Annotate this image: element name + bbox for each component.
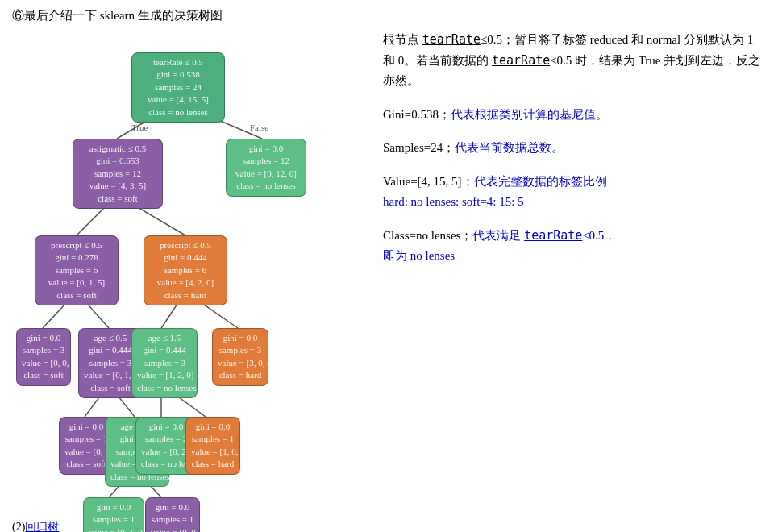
- tearrate-underline3: tearRate: [524, 228, 582, 243]
- node-n4-rlr: gini = 0.0 samples = 1 value = [1, 0, 0]…: [185, 417, 240, 475]
- node-n3ll-l4: class = soft: [22, 369, 65, 381]
- node-n4rll-l1: gini = 0.0: [141, 421, 191, 433]
- node-n2l-l4: value = [0, 1, 5]: [40, 276, 113, 289]
- header: ⑥最后介绍一下 sklearn 生成的决策树图: [12, 8, 766, 23]
- right-para3: Samples=24；代表当前数据总数。: [383, 138, 766, 159]
- node-n4rlr-l2: samples = 1: [191, 433, 235, 445]
- node-n4rlr-l3: value = [1, 0, 0]: [191, 446, 235, 458]
- node-root-l5: class = no lenses: [137, 106, 219, 118]
- node-n3-rr: gini = 0.0 samples = 3 value = [3, 0, 0]…: [212, 328, 268, 386]
- node-n1t-l5: class = soft: [78, 193, 157, 205]
- node-n2r-l1: prescript ≤ 0.5: [149, 239, 222, 251]
- node-root-l1: tearRate ≤ 0.5: [137, 56, 219, 69]
- node-n2l-l2: gini = 0.278: [40, 251, 113, 264]
- para2-blue: 代表根据类别计算的基尼值。: [451, 108, 608, 121]
- node-n2-right: prescript ≤ 0.5 gini = 0.444 samples = 6…: [144, 235, 227, 305]
- node-root: tearRate ≤ 0.5 gini = 0.538 samples = 24…: [131, 52, 225, 123]
- node-n1-true: astigmatic ≤ 0.5 gini = 0.653 samples = …: [73, 139, 163, 209]
- node-n5-lrrl: gini = 0.0 samples = 1 value = [0, 1, 0]…: [83, 497, 144, 532]
- node-n3rr-l3: value = [3, 0, 0]: [218, 357, 263, 369]
- node-n5lrrl-l1: gini = 0.0: [89, 501, 139, 513]
- node-n1t-l4: value = [4, 3, 5]: [78, 180, 157, 192]
- node-n4rll-l2: samples = 2: [141, 433, 191, 445]
- para4-blue: 代表完整数据的标签比例hard: no lenses: soft=4: 15: …: [383, 175, 607, 209]
- node-n1f-l4: class = no lenses: [231, 180, 301, 192]
- node-n5lrrr-l1: gini = 0.0: [151, 501, 194, 513]
- node-n2l-l5: class = soft: [40, 289, 113, 301]
- node-n5lrrr-l3: value = [0, 0, 1]: [151, 526, 194, 532]
- node-n1t-l1: astigmatic ≤ 0.5: [78, 143, 157, 155]
- node-root-l3: samples = 24: [137, 81, 219, 94]
- node-n1f-l3: value = [0, 12, 0]: [231, 168, 301, 180]
- svg-text:True: True: [131, 123, 148, 132]
- node-n3lr-l1: age ≤ 0.5: [84, 332, 137, 344]
- node-n4lrl-l2: samples = 1: [64, 433, 108, 445]
- node-n3rl-l1: age ≤ 1.5: [137, 332, 192, 344]
- node-n4lrl-l3: value = [0, 0, 1]: [64, 446, 108, 458]
- para3-blue: 代表当前数据总数。: [455, 141, 564, 154]
- node-n5lrrl-l3: value = [0, 1, 0]: [89, 526, 139, 532]
- node-n2r-l4: value = [4, 2, 0]: [149, 276, 222, 289]
- node-n3rl-l2: gini = 0.444: [137, 344, 192, 356]
- right-para2: Gini=0.538；代表根据类别计算的基尼值。: [383, 105, 766, 126]
- node-n2r-l5: class = hard: [149, 289, 222, 301]
- tearrate-underline1: tearRate: [422, 32, 481, 47]
- node-n2l-l1: prescript ≤ 0.5: [40, 239, 113, 251]
- node-n3ll-l3: value = [0, 0, 3]: [22, 357, 65, 369]
- bottom-link1[interactable]: 回归树: [25, 521, 59, 532]
- node-n3lr-l4: value = [0, 1, 2]: [84, 369, 137, 381]
- node-n1t-l3: samples = 12: [78, 168, 157, 180]
- right-para5: Class=no lenses；代表满足 tearRate≤0.5，即为 no …: [383, 226, 766, 267]
- node-n2l-l3: samples = 6: [40, 264, 113, 276]
- bottom-label1: (2): [12, 521, 25, 532]
- tree-section: True False: [12, 30, 359, 532]
- svg-text:False: False: [250, 123, 268, 132]
- right-para4: Value=[4, 15, 5]；代表完整数据的标签比例hard: no len…: [383, 172, 766, 213]
- para5-blue: 代表满足 tearRate≤0.5，即为 no lenses: [383, 229, 616, 263]
- right-para1: 根节点 tearRate≤0.5；暂且将子标签 reduced 和 normal…: [383, 30, 766, 92]
- node-root-l2: gini = 0.538: [137, 69, 219, 81]
- content-row: True False: [12, 30, 766, 532]
- node-n3rl-l3: samples = 3: [137, 357, 192, 369]
- node-n2r-l2: gini = 0.444: [149, 251, 222, 264]
- node-n5lrrr-l2: samples = 1: [151, 513, 194, 526]
- tree-container: True False: [12, 30, 359, 513]
- node-n3-rl: age ≤ 1.5 gini = 0.444 samples = 3 value…: [131, 328, 198, 398]
- page: ⑥最后介绍一下 sklearn 生成的决策树图 True False: [0, 0, 778, 532]
- node-n2-left: prescript ≤ 0.5 gini = 0.278 samples = 6…: [35, 235, 119, 305]
- node-n3lr-l3: samples = 3: [84, 357, 137, 369]
- node-n4rll-l4: class = no lenses: [141, 458, 191, 470]
- node-n1f-l2: samples = 12: [231, 155, 301, 167]
- node-n3rl-l4: value = [1, 2, 0]: [137, 369, 192, 381]
- node-n1t-l2: gini = 0.653: [78, 155, 157, 167]
- node-n1f-l1: gini = 0.0: [231, 143, 301, 155]
- node-n5-lrrr: gini = 0.0 samples = 1 value = [0, 0, 1]…: [145, 497, 200, 532]
- node-n4lrl-l1: gini = 0.0: [64, 421, 108, 433]
- node-n3rl-l5: class = no lenses: [137, 382, 192, 394]
- node-n3rr-l2: samples = 3: [218, 344, 263, 356]
- node-n4rlr-l4: class = hard: [191, 458, 235, 470]
- node-n3ll-l2: samples = 3: [22, 344, 65, 356]
- node-n4rll-l3: value = [0, 2, 0]: [141, 446, 191, 458]
- node-n3rr-l4: class = hard: [218, 369, 263, 381]
- node-n3lr-l2: gini = 0.444: [84, 344, 137, 356]
- node-n3rr-l1: gini = 0.0: [218, 332, 263, 344]
- tearrate-underline2: tearRate: [492, 53, 550, 68]
- node-n4lrl-l4: class = soft: [64, 458, 108, 470]
- right-section: 根节点 tearRate≤0.5；暂且将子标签 reduced 和 normal…: [375, 30, 766, 532]
- node-n3-ll: gini = 0.0 samples = 3 value = [0, 0, 3]…: [16, 328, 71, 386]
- node-n2r-l3: samples = 6: [149, 264, 222, 276]
- node-root-l4: value = [4, 15, 5]: [137, 94, 219, 106]
- header-text: ⑥最后介绍一下 sklearn 生成的决策树图: [12, 9, 223, 22]
- node-n3lr-l5: class = soft: [84, 382, 137, 394]
- node-n4rlr-l1: gini = 0.0: [191, 421, 235, 433]
- node-n5lrrl-l2: samples = 1: [89, 513, 139, 526]
- node-n1-false: gini = 0.0 samples = 12 value = [0, 12, …: [226, 139, 306, 197]
- node-n3ll-l1: gini = 0.0: [22, 332, 65, 344]
